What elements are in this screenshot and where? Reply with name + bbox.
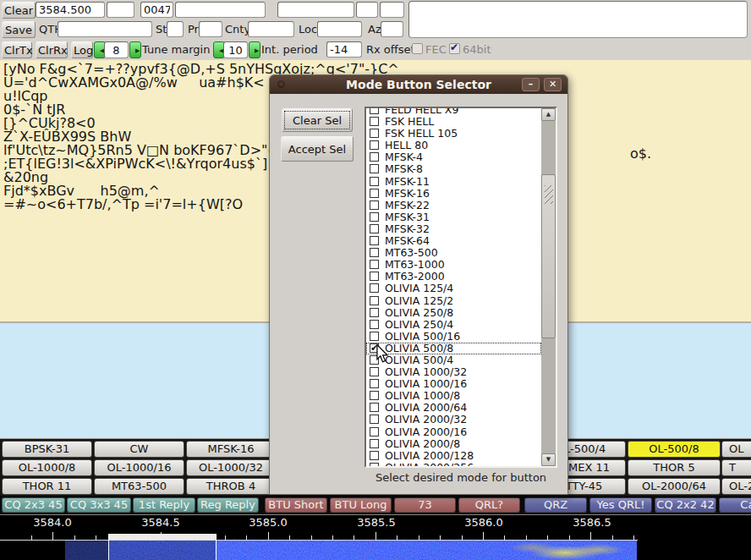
mode-option[interactable]: OLIVIA 250/8: [366, 307, 541, 319]
accept-sel-button[interactable]: Accept Sel: [281, 136, 354, 162]
notes-field[interactable]: [408, 1, 748, 38]
window-menu-icon[interactable]: [277, 80, 285, 88]
save-log-button[interactable]: Save: [2, 21, 36, 38]
macro-button[interactable]: BTU Long: [330, 497, 392, 513]
mode-checkbox[interactable]: [370, 177, 379, 186]
mode-option[interactable]: ✔OLIVIA 500/8: [366, 343, 541, 354]
mode-option[interactable]: OLIVIA 500/4: [366, 354, 541, 366]
mode-checkbox[interactable]: [370, 272, 379, 281]
mode-option[interactable]: MFSK-16: [366, 188, 541, 200]
mode-option[interactable]: MFSK-11: [366, 176, 541, 188]
mode-button[interactable]: CW: [94, 441, 184, 458]
macro-button[interactable]: CQ 2x2 42: [655, 497, 716, 513]
mode-button[interactable]: OL-500/8: [628, 441, 721, 458]
mode-checkbox[interactable]: [370, 200, 379, 210]
bandwidth-marker[interactable]: [108, 534, 217, 540]
mode-option[interactable]: OLIVIA 500/16: [366, 331, 541, 343]
macro-button[interactable]: Call: [719, 497, 751, 513]
mode-option[interactable]: OLIVIA 250/4: [366, 319, 541, 331]
cnty-field[interactable]: [248, 21, 294, 37]
mode-button[interactable]: OL-2: [721, 478, 751, 495]
mode-checkbox[interactable]: [370, 108, 379, 114]
mode-option[interactable]: MFSK-32: [366, 223, 541, 235]
mode-option[interactable]: OLIVIA 1000/16: [366, 378, 541, 390]
mode-button[interactable]: OL: [721, 441, 751, 458]
op-name-field[interactable]: [277, 2, 354, 18]
mode-button[interactable]: THROB 4: [186, 478, 276, 495]
rst-out-field[interactable]: [380, 2, 404, 18]
mode-button[interactable]: MT63-500: [94, 478, 184, 495]
log-button[interactable]: Log: [71, 41, 93, 58]
mode-checkbox[interactable]: [370, 189, 379, 198]
mode-checkbox[interactable]: [370, 403, 379, 412]
qth-field[interactable]: [58, 21, 152, 37]
mode-checkbox[interactable]: [370, 117, 379, 126]
fec-checkbox[interactable]: [412, 43, 423, 54]
int-period-value[interactable]: [223, 41, 248, 58]
clear-sel-button[interactable]: Clear Sel: [282, 108, 353, 132]
mode-checkbox[interactable]: [370, 248, 379, 257]
macro-button[interactable]: CQ 2x3 45: [2, 497, 65, 513]
mode-checkbox[interactable]: [370, 451, 379, 460]
mode-button[interactable]: T: [721, 459, 751, 476]
mode-checkbox[interactable]: [370, 260, 379, 269]
macro-button[interactable]: 1st Reply: [133, 497, 195, 513]
macro-button[interactable]: QRL?: [458, 497, 520, 513]
macro-button[interactable]: Reg Reply: [197, 497, 259, 513]
mode-checkbox[interactable]: [370, 236, 379, 245]
close-icon[interactable]: ✕: [544, 78, 562, 91]
mode-checkbox[interactable]: [370, 308, 379, 317]
mode-option[interactable]: OLIVIA 1000/8: [366, 390, 541, 402]
mode-checkbox[interactable]: [370, 439, 379, 448]
mode-checkbox[interactable]: [370, 164, 379, 173]
mode-option[interactable]: MFSK-31: [366, 211, 541, 223]
mode-option[interactable]: FSK HELL: [366, 116, 541, 128]
mode-button[interactable]: THOR 5: [628, 459, 721, 476]
scroll-down-icon[interactable]: ▼: [541, 453, 556, 466]
scroll-up-icon[interactable]: ▲: [541, 108, 556, 121]
mode-button[interactable]: OL-1000/32: [186, 459, 276, 476]
mode-option[interactable]: OLIVIA 2000/256: [366, 462, 541, 466]
mode-option[interactable]: MFSK-8: [366, 163, 541, 175]
mode-button[interactable]: BPSK-31: [2, 441, 92, 458]
rst-in-field[interactable]: [356, 2, 378, 18]
mode-option[interactable]: MFSK-64: [366, 235, 541, 247]
clear-rx-button[interactable]: ClrRx: [36, 41, 68, 58]
pr-field[interactable]: [199, 21, 222, 37]
mode-option[interactable]: OLIVIA 2000/16: [366, 426, 541, 438]
mode-option[interactable]: OLIVIA 1000/32: [366, 366, 541, 378]
mode-checkbox[interactable]: [370, 463, 379, 466]
mode-option[interactable]: FSK HELL 105: [366, 128, 541, 140]
mode-button[interactable]: OL-1000/8: [2, 459, 92, 476]
callsign-field[interactable]: [175, 2, 266, 18]
mode-checkbox[interactable]: [370, 296, 379, 305]
64bit-checkbox[interactable]: ✔: [449, 43, 460, 54]
mode-checkbox[interactable]: [370, 212, 379, 222]
tune-margin-increment-button[interactable]: ▶: [129, 41, 141, 58]
mode-button[interactable]: OL-2000/64: [628, 478, 721, 495]
mode-option[interactable]: MT63-2000: [366, 271, 541, 283]
mode-option[interactable]: OLIVIA 2000/128: [366, 450, 541, 462]
scrollbar-thumb[interactable]: [541, 174, 556, 338]
macro-button[interactable]: QRZ: [524, 497, 587, 513]
mode-button[interactable]: OL-1000/16: [94, 459, 184, 476]
mode-checkbox[interactable]: [370, 367, 379, 376]
tune-margin-value[interactable]: [104, 41, 129, 58]
mode-option[interactable]: MT63-500: [366, 247, 541, 259]
rx-offset-value[interactable]: [326, 41, 362, 58]
mode-checkbox[interactable]: [370, 320, 379, 329]
mode-option[interactable]: MFSK-4: [366, 151, 541, 163]
macro-button[interactable]: Yes QRL!: [589, 497, 652, 513]
loc-field[interactable]: [317, 21, 362, 37]
mode-checkbox[interactable]: [370, 140, 379, 150]
int-period-increment-button[interactable]: ▶: [249, 41, 260, 58]
macro-button[interactable]: BTU Short: [265, 497, 327, 513]
mode-checkbox[interactable]: [370, 283, 379, 293]
mode-checkbox[interactable]: [370, 332, 379, 341]
mode-option[interactable]: OLIVIA 2000/32: [366, 414, 541, 425]
scrollbar[interactable]: ▲ ▼: [541, 108, 556, 466]
mode-checkbox[interactable]: [370, 427, 379, 436]
macro-button[interactable]: CQ 3x3 45: [67, 497, 131, 513]
mode-button[interactable]: THOR 11: [2, 478, 92, 495]
mode-option[interactable]: OLIVIA 2000/64: [366, 402, 541, 414]
